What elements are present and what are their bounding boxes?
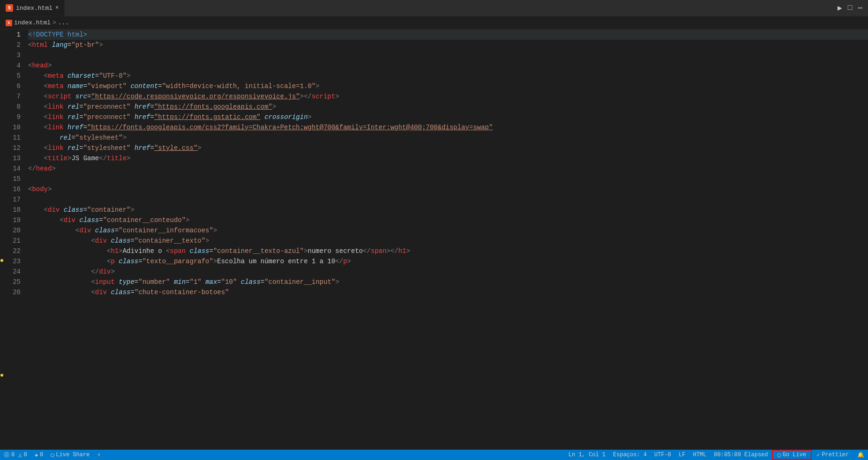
line-num-11: 11	[4, 133, 21, 143]
code-line-8: <link rel="preconnect" href="https://fon…	[28, 102, 868, 112]
line-num-20: 20	[4, 225, 21, 236]
language-label: HTML	[693, 452, 706, 458]
more-actions-icon[interactable]: ⋯	[858, 3, 862, 13]
code-line-22: <h1>Adivinhe o <span class="container__t…	[28, 246, 868, 256]
status-live-share[interactable]: ◯ Live Share	[47, 450, 93, 460]
code-line-4: <head>	[28, 60, 868, 71]
breadcrumb-filename[interactable]: index.html	[14, 19, 51, 26]
code-line-7: <script src="https://code.responsivevoic…	[28, 91, 868, 102]
code-editor[interactable]: <!DOCTYPE html> <html lang="pt-br"> <hea…	[26, 30, 868, 450]
line-num-6: 6	[4, 81, 21, 91]
live-share-icon: ◯	[51, 452, 54, 459]
status-left: ⓪ 0 △ 0 ✚ 0 ◯ Live Share ⚡	[0, 450, 105, 460]
line-num-12: 12	[4, 143, 21, 153]
run-icon[interactable]: ▶	[838, 3, 842, 13]
line-num-1: 1	[4, 30, 21, 40]
line-num-16: 16	[4, 184, 21, 194]
code-line-17	[28, 194, 868, 205]
line-numbers: 1 2 3 4 5 6 7 8 9 10 11 12 13 14 15 16 1…	[4, 30, 26, 450]
code-line-16: <body>	[28, 184, 868, 194]
encoding-label: UTF-8	[654, 452, 671, 458]
code-line-24: </div>	[28, 267, 868, 277]
line-num-3: 3	[4, 50, 21, 60]
status-right: Ln 1, Col 1 Espaços: 4 UTF-8 LF HTML 00:…	[565, 450, 868, 460]
status-remote[interactable]: ✚ 0	[31, 450, 47, 460]
line-num-22: 22	[4, 246, 21, 256]
go-live-label: Go Live	[783, 452, 806, 458]
line-num-19: 19	[4, 215, 21, 225]
code-line-11: rel="stylesheet">	[28, 133, 868, 143]
go-live-button[interactable]: ◯ Go Live	[772, 450, 812, 460]
code-line-3	[28, 50, 868, 60]
status-errors[interactable]: ⓪ 0 △ 0	[0, 450, 31, 460]
code-line-23: <p class="texto__paragrafo">Escolha um n…	[28, 256, 868, 267]
line-num-7: 7	[4, 91, 21, 102]
line-num-26: 26	[4, 287, 21, 297]
line-num-2: 2	[4, 40, 21, 50]
code-line-21: <div class="container__texto">	[28, 236, 868, 246]
code-line-25: <input type="number" min="1" max="10" cl…	[28, 277, 868, 287]
code-line-12: <link rel="stylesheet" href="style.css">	[28, 143, 868, 153]
checkmark-icon: ✓	[816, 452, 820, 459]
status-line-ending[interactable]: LF	[675, 450, 689, 460]
line-num-21: 21	[4, 236, 21, 246]
cursor-position: Ln 1, Col 1	[569, 452, 606, 458]
line-num-4: 4	[4, 60, 21, 71]
code-line-6: <meta name="viewport" content="width=dev…	[28, 81, 868, 91]
breadcrumb-separator: >	[52, 19, 56, 26]
tab-filename: index.html	[16, 5, 52, 12]
prettier-label: Prettier	[822, 452, 849, 458]
notification-bell-button[interactable]: 🔔	[853, 450, 868, 460]
html-file-icon: 5	[6, 4, 13, 12]
line-num-14: 14	[4, 163, 21, 174]
prettier-button[interactable]: ✓ Prettier	[812, 450, 853, 460]
line-num-18: 18	[4, 205, 21, 215]
status-elapsed: 00:05:09 Elapsed	[710, 450, 771, 460]
code-line-20: <div class="container__informacoes">	[28, 225, 868, 236]
line-num-15: 15	[4, 174, 21, 184]
status-lightning[interactable]: ⚡	[93, 450, 104, 460]
status-position[interactable]: Ln 1, Col 1	[565, 450, 609, 460]
code-line-26: <div class="chute-container-botoes"	[28, 287, 868, 297]
line-num-10: 10	[4, 122, 21, 133]
line-ending-label: LF	[679, 452, 685, 458]
remote-count: 0	[40, 452, 43, 458]
code-line-15	[28, 174, 868, 184]
error-icon: ⓪	[4, 451, 9, 459]
line-num-8: 8	[4, 102, 21, 112]
margin-indicator-1	[0, 259, 3, 262]
code-line-1: <!DOCTYPE html>	[28, 30, 868, 40]
spaces-label: Espaços: 4	[613, 452, 647, 458]
warning-count: 0	[23, 452, 27, 458]
status-encoding[interactable]: UTF-8	[651, 450, 675, 460]
margin-indicator-2	[0, 374, 3, 377]
code-line-5: <meta charset="UTF-8">	[28, 71, 868, 81]
line-num-23: 23	[4, 256, 21, 267]
tab-index-html[interactable]: 5 index.html ×	[0, 0, 65, 16]
editor-area: 1 2 3 4 5 6 7 8 9 10 11 12 13 14 15 16 1…	[0, 30, 868, 450]
warning-icon: △	[18, 452, 22, 459]
split-editor-icon[interactable]: □	[848, 4, 853, 12]
code-line-2: <html lang="pt-br">	[28, 40, 868, 50]
go-live-icon: ◯	[778, 452, 781, 459]
breadcrumb-ellipsis[interactable]: ...	[58, 19, 69, 26]
left-margin	[0, 30, 4, 450]
remote-icon: ✚	[35, 452, 38, 459]
tab-bar: 5 index.html × ▶ □ ⋯	[0, 0, 868, 16]
live-share-label: Live Share	[56, 452, 90, 458]
line-num-13: 13	[4, 153, 21, 163]
code-line-10: <link href="https://fonts.googleapis.com…	[28, 122, 868, 133]
code-line-19: <div class="container__conteudo">	[28, 215, 868, 225]
status-language[interactable]: HTML	[689, 450, 710, 460]
line-num-24: 24	[4, 267, 21, 277]
code-line-14: </head>	[28, 163, 868, 174]
tab-close-button[interactable]: ×	[55, 5, 59, 11]
breadcrumb-file-icon: 5	[6, 20, 12, 26]
error-count: 0	[11, 452, 15, 458]
bell-icon: 🔔	[857, 452, 864, 459]
status-spaces[interactable]: Espaços: 4	[609, 450, 651, 460]
line-num-17: 17	[4, 194, 21, 205]
breadcrumb-bar: 5 index.html > ...	[0, 16, 868, 30]
line-num-25: 25	[4, 277, 21, 287]
lightning-icon: ⚡	[97, 452, 100, 459]
